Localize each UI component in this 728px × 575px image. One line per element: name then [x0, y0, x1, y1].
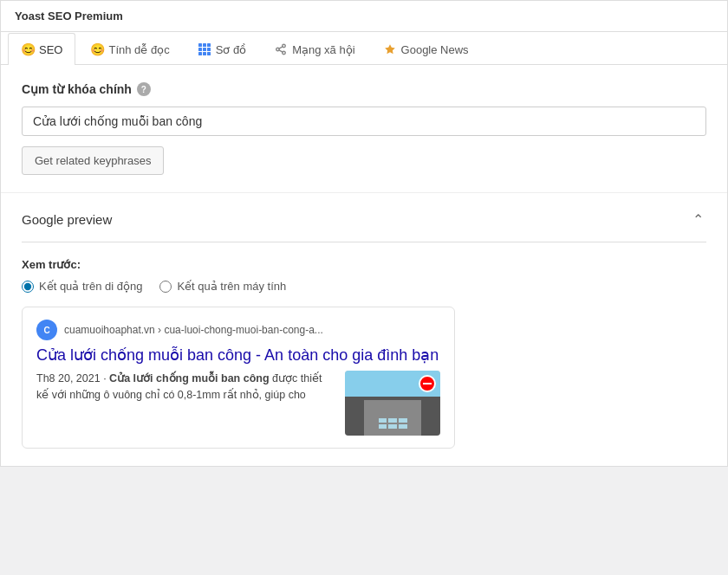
svg-rect-5 — [207, 48, 211, 51]
tab-social[interactable]: Mạng xã hội — [261, 33, 367, 65]
svg-line-12 — [279, 50, 283, 52]
collapse-button[interactable]: ⌃ — [689, 210, 706, 228]
focus-keyword-section: Cụm từ khóa chính ? Get related keyphras… — [1, 65, 727, 193]
window-2 — [388, 418, 397, 423]
share-icon — [274, 42, 288, 56]
tab-schema[interactable]: Sơ đồ — [185, 33, 260, 65]
get-related-keyphrases-button[interactable]: Get related keyphrases — [22, 146, 164, 175]
tab-seo-label: SEO — [39, 43, 62, 56]
panel-title: Yoast SEO Premium — [15, 10, 123, 23]
radio-desktop-label: Kết quả trên máy tính — [177, 280, 286, 293]
smiley-icon-seo: 😊 — [21, 42, 35, 56]
window-4 — [379, 424, 387, 429]
tab-google-news-label: Google News — [401, 43, 469, 56]
radio-desktop[interactable]: Kết quả trên máy tính — [159, 280, 286, 293]
snippet-url-row: C cuamuoihoaphat.vn › cua-luoi-chong-muo… — [36, 320, 440, 340]
help-icon[interactable]: ? — [137, 82, 151, 96]
panel-header: Yoast SEO Premium — [1, 1, 727, 32]
preview-header: Google preview ⌃ — [22, 210, 706, 228]
snippet-content-row: Th8 20, 2021 · Cửa lưới chống muỗi ban c… — [36, 371, 440, 436]
tab-schema-label: Sơ đồ — [216, 43, 247, 56]
tab-social-label: Mạng xã hội — [292, 43, 354, 56]
preview-label: Xem trước: — [22, 258, 706, 271]
snippet-favicon: C — [36, 320, 57, 340]
radio-mobile-input[interactable] — [22, 281, 34, 293]
svg-rect-7 — [203, 52, 206, 55]
window-3 — [399, 418, 407, 423]
preview-title: Google preview — [22, 212, 112, 227]
smiley-icon-readability: 😊 — [90, 42, 104, 56]
news-icon — [383, 42, 397, 56]
svg-rect-3 — [198, 48, 202, 51]
grid-icon — [198, 42, 211, 56]
snippet-description: Th8 20, 2021 · Cửa lưới chống muỗi ban c… — [36, 371, 335, 436]
tab-readability[interactable]: 😊 Tính dễ đọc — [77, 33, 182, 65]
window-5 — [388, 424, 397, 429]
svg-rect-0 — [198, 43, 202, 47]
snippet-image — [345, 371, 440, 436]
snippet-date: Th8 20, 2021 · — [36, 372, 107, 384]
svg-rect-2 — [207, 43, 211, 47]
radio-mobile[interactable]: Kết quả trên di động — [22, 280, 142, 293]
snippet-title[interactable]: Cửa lưới chống muỗi ban công - An toàn c… — [36, 346, 440, 365]
tab-readability-label: Tính dễ đọc — [108, 43, 169, 56]
building-windows — [379, 418, 407, 429]
window-1 — [379, 418, 387, 423]
snippet-bold: Cửa lưới chống muỗi ban công — [109, 372, 269, 384]
google-preview-section: Google preview ⌃ Xem trước: Kết quả trên… — [1, 193, 727, 466]
focus-keyword-heading: Cụm từ khóa chính ? — [22, 82, 706, 96]
no-entry-sign — [419, 375, 436, 392]
snippet-box: C cuamuoihoaphat.vn › cua-luoi-chong-muo… — [22, 307, 455, 449]
svg-rect-4 — [203, 48, 206, 51]
yoast-seo-panel: Yoast SEO Premium 😊 SEO 😊 Tính dễ đọc — [0, 0, 728, 467]
radio-mobile-label: Kết quả trên di động — [39, 280, 142, 293]
window-6 — [399, 424, 407, 429]
radio-desktop-input[interactable] — [159, 281, 172, 293]
building-shape — [364, 400, 421, 436]
content-area: Cụm từ khóa chính ? Get related keyphras… — [1, 65, 727, 466]
divider — [22, 242, 706, 242]
svg-rect-8 — [207, 52, 211, 55]
focus-keyword-input[interactable] — [22, 107, 706, 136]
svg-line-13 — [279, 47, 283, 48]
tab-seo[interactable]: 😊 SEO — [8, 33, 75, 65]
focus-keyword-label: Cụm từ khóa chính — [22, 82, 132, 96]
snippet-url: cuamuoihoaphat.vn › cua-luoi-chong-muoi-… — [64, 324, 323, 336]
svg-rect-6 — [198, 52, 202, 55]
preview-radio-group: Kết quả trên di động Kết quả trên máy tí… — [22, 280, 706, 293]
tab-google-news[interactable]: Google News — [370, 33, 482, 65]
tabs-bar: 😊 SEO 😊 Tính dễ đọc S — [1, 32, 727, 65]
svg-rect-1 — [203, 43, 206, 47]
building-background — [345, 371, 440, 436]
